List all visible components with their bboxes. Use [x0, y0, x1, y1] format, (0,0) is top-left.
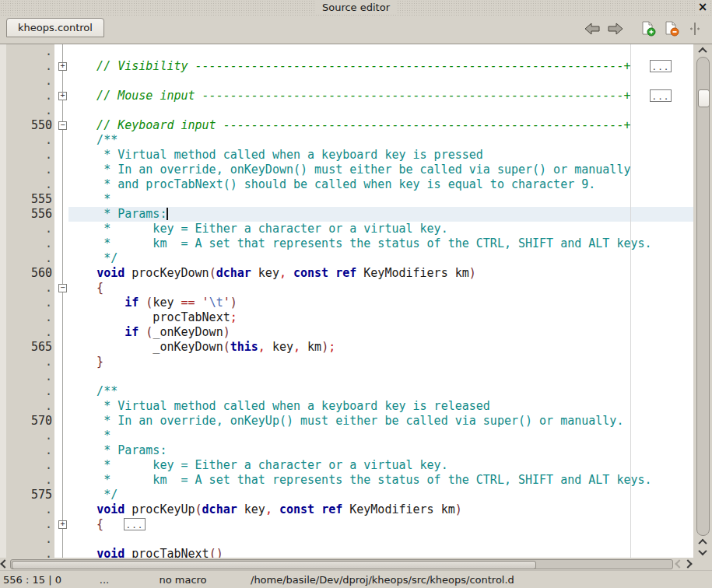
line-number-dot: . — [6, 547, 54, 558]
code-text[interactable]: * In an override, onKeyDown() must eithe… — [68, 163, 693, 177]
code-line: 565 _onKeyDown(this, key, km); — [0, 340, 693, 355]
code-token: * In an override, onKeyDown() must eithe… — [68, 163, 630, 177]
code-text[interactable]: * Virtual method called when a keyboard … — [68, 399, 693, 414]
code-token: /** — [68, 133, 117, 147]
close-icon: × — [698, 0, 708, 14]
scroll-left-button[interactable] — [0, 561, 9, 567]
code-text[interactable]: // Mouse input -------------------------… — [68, 89, 693, 103]
code-text[interactable]: * km = A set that represents the status … — [68, 236, 693, 251]
line-number: 550 — [6, 118, 54, 133]
scroll-up-button-secondary[interactable] — [693, 537, 712, 547]
tab-label: kheops.control — [18, 22, 93, 33]
horizontal-scrollbar-track[interactable] — [10, 559, 673, 569]
tab-kheops-control[interactable]: kheops.control — [6, 18, 104, 37]
gutter-edge — [0, 251, 6, 266]
code-text[interactable]: _onKeyDown(this, key, km); — [68, 340, 693, 355]
scroll-up-button[interactable] — [693, 44, 712, 56]
code-text[interactable]: * In an override, onKeyUp() must either … — [68, 414, 693, 429]
code-line: . * km = A set that represents the statu… — [0, 236, 693, 251]
code-editor[interactable]: ..+ // Visibility ----------------------… — [0, 44, 693, 558]
horizontal-scrollbar[interactable] — [0, 558, 693, 570]
fold-expand-icon[interactable]: + — [58, 92, 67, 100]
code-text[interactable]: // Visibility --------------------------… — [68, 59, 693, 74]
code-text[interactable]: */ — [68, 251, 693, 266]
code-text[interactable]: * km = A set that represents the status … — [68, 473, 693, 488]
line-number-dot: . — [6, 399, 54, 414]
code-token: { — [68, 281, 103, 295]
line-number-dot: . — [6, 163, 54, 177]
code-text[interactable]: /** — [68, 384, 693, 399]
fold-gutter — [54, 74, 68, 89]
horizontal-scrollbar-thumb[interactable] — [12, 561, 536, 569]
code-text[interactable] — [68, 44, 693, 59]
editor-toolbar — [583, 19, 701, 38]
code-text[interactable]: * Virtual method called when a keyboard … — [68, 148, 693, 163]
code-text[interactable]: void procKeyDown(dchar key, const ref Ke… — [68, 266, 693, 281]
vertical-scrollbar-thumb[interactable] — [698, 89, 710, 107]
code-line: . * and procTabNext() should be called w… — [0, 177, 693, 192]
fold-gutter — [54, 443, 68, 458]
code-text[interactable]: * key = Either a character or a virtual … — [68, 458, 693, 473]
code-text[interactable] — [68, 369, 693, 384]
code-token — [68, 547, 96, 558]
vertical-scrollbar[interactable] — [693, 44, 712, 558]
collapsed-fold-ellipsis[interactable]: ... — [650, 89, 672, 102]
code-text[interactable]: /** — [68, 133, 693, 148]
code-text[interactable]: * Params: — [68, 207, 693, 222]
code-text[interactable]: if (_onKeyDown) — [68, 325, 693, 340]
code-text[interactable]: { — [68, 281, 693, 296]
code-line: . — [0, 74, 693, 89]
code-token: if — [125, 296, 139, 310]
fold-expand-icon[interactable]: + — [58, 62, 67, 71]
code-text[interactable]: * — [68, 192, 693, 207]
code-token — [139, 325, 146, 339]
close-button[interactable]: × — [696, 1, 709, 13]
line-number: 575 — [6, 488, 54, 502]
code-text[interactable]: // Keyboard input ----------------------… — [68, 118, 693, 133]
scroll-down-button[interactable] — [693, 547, 712, 558]
code-text[interactable]: void procKeyUp(dchar key, const ref KeyM… — [68, 502, 693, 517]
code-text[interactable] — [68, 74, 693, 89]
code-text[interactable]: * Params: — [68, 443, 693, 458]
code-line: . if (key == '\t') — [0, 296, 693, 310]
code-text[interactable]: * — [68, 429, 693, 443]
close-document-button[interactable] — [662, 20, 681, 37]
fold-expand-icon[interactable]: + — [58, 520, 67, 529]
code-text[interactable] — [68, 532, 693, 547]
code-text[interactable]: procTabNext; — [68, 310, 693, 325]
title-bar[interactable]: Source editor × — [0, 0, 712, 16]
line-number-dot: . — [6, 74, 54, 89]
code-text[interactable]: } — [68, 355, 693, 369]
line-number-dot: . — [6, 133, 54, 148]
next-source-button[interactable] — [606, 20, 625, 37]
fold-collapse-icon[interactable]: − — [58, 284, 67, 292]
fold-collapse-icon[interactable]: − — [58, 121, 67, 130]
code-text[interactable]: * key = Either a character or a virtual … — [68, 222, 693, 236]
new-document-button[interactable] — [639, 20, 658, 37]
code-token: key — [265, 340, 293, 354]
code-text[interactable]: if (key == '\t') — [68, 296, 693, 310]
code-text[interactable]: {... — [68, 517, 693, 532]
line-number-dot: . — [6, 222, 54, 236]
fold-gutter — [54, 266, 68, 281]
split-view-button[interactable] — [689, 20, 701, 37]
code-token — [328, 266, 335, 280]
previous-source-button[interactable] — [583, 20, 602, 37]
code-text[interactable]: */ — [68, 488, 693, 502]
code-token: } — [68, 355, 103, 369]
collapsed-fold-ellipsis[interactable]: ... — [124, 518, 146, 530]
vertical-scrollbar-track[interactable] — [696, 57, 710, 536]
scroll-right-button[interactable] — [683, 561, 692, 567]
line-number-dot: . — [6, 148, 54, 163]
code-token: , — [279, 266, 286, 280]
code-text[interactable]: * and procTabNext() should be called whe… — [68, 177, 693, 192]
line-number-dot: . — [6, 517, 54, 532]
scroll-left-button-secondary[interactable] — [675, 561, 683, 567]
line-number-dot: . — [6, 502, 54, 517]
code-text[interactable] — [68, 103, 693, 118]
fold-gutter — [54, 399, 68, 414]
code-text[interactable]: void procTabNext() — [68, 547, 693, 558]
collapsed-fold-ellipsis[interactable]: ... — [650, 60, 672, 72]
line-number-dot: . — [6, 89, 54, 103]
macro-state: no macro — [120, 574, 246, 586]
